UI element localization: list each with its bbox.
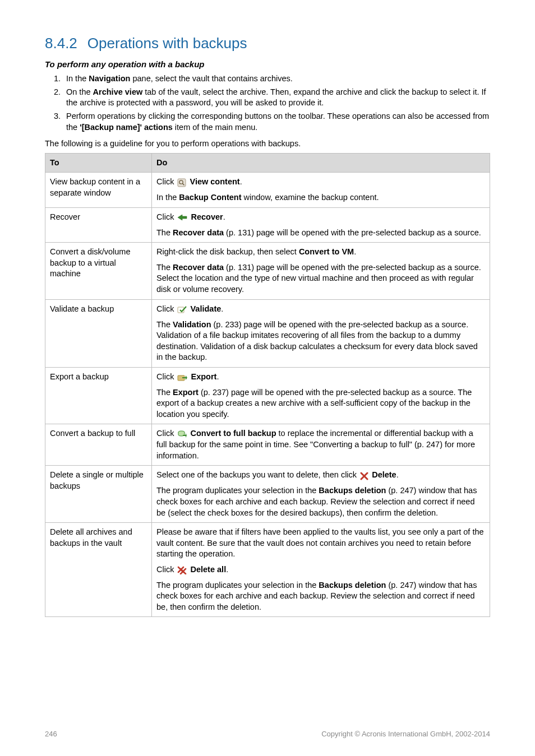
- table-row: Delete all archives and backups in the v…: [45, 523, 490, 617]
- do-cell: Click View content. In the Backup Conten…: [152, 173, 490, 208]
- th-do: Do: [152, 153, 490, 173]
- convert-full-icon: [177, 429, 187, 440]
- to-cell: Delete a single or multiple backups: [45, 466, 152, 523]
- table-row: Export a backup Click Export. The Export…: [45, 367, 490, 424]
- do-cell: Click Convert to full backup to replace …: [152, 424, 490, 466]
- do-cell: Click Validate. The Validation (p. 233) …: [152, 299, 490, 367]
- validate-check-icon: [177, 304, 187, 315]
- to-cell: View backup content in a separate window: [45, 173, 152, 208]
- do-cell: Select one of the backups you want to de…: [152, 466, 490, 523]
- table-row: Delete a single or multiple backups Sele…: [45, 466, 490, 523]
- step-item: On the Archive view tab of the vault, se…: [63, 87, 490, 109]
- to-cell: Delete all archives and backups in the v…: [45, 523, 152, 617]
- do-cell: Click Export. The Export (p. 237) page w…: [152, 367, 490, 424]
- table-row: Validate a backup Click Validate. The Va…: [45, 299, 490, 367]
- do-cell: Please be aware that if filters have bee…: [152, 523, 490, 617]
- do-cell: Right-click the disk backup, then select…: [152, 243, 490, 299]
- section-heading: 8.4.2Operations with backups: [45, 34, 490, 53]
- intro-text: The following is a guideline for you to …: [45, 138, 490, 150]
- to-cell: Convert a backup to full: [45, 424, 152, 466]
- step-item: Perform operations by clicking the corre…: [63, 111, 490, 133]
- subhead: To perform any operation with a backup: [45, 59, 490, 70]
- step-item: In the Navigation pane, select the vault…: [63, 73, 490, 85]
- table-row: Convert a backup to full Click Convert t…: [45, 424, 490, 466]
- delete-x-icon: [360, 470, 368, 481]
- th-to: To: [45, 153, 152, 173]
- table-row: View backup content in a separate window…: [45, 173, 490, 208]
- delete-all-icon: [177, 564, 187, 576]
- table-row: Convert a disk/volume backup to a virtua…: [45, 243, 490, 299]
- magnifier-icon: [177, 177, 186, 188]
- step-list: In the Navigation pane, select the vault…: [45, 73, 490, 133]
- operations-table: To Do View backup content in a separate …: [45, 153, 490, 618]
- to-cell: Export a backup: [45, 367, 152, 424]
- to-cell: Validate a backup: [45, 299, 152, 367]
- section-title: Operations with backups: [87, 35, 247, 52]
- to-cell: Convert a disk/volume backup to a virtua…: [45, 243, 152, 299]
- table-row: Recover Click Recover. The Recover data …: [45, 207, 490, 243]
- section-number: 8.4.2: [45, 35, 77, 52]
- svg-rect-0: [178, 179, 186, 187]
- export-box-icon: [177, 372, 187, 383]
- recover-arrow-icon: [177, 212, 187, 223]
- to-cell: Recover: [45, 207, 152, 243]
- do-cell: Click Recover. The Recover data (p. 131)…: [152, 207, 490, 243]
